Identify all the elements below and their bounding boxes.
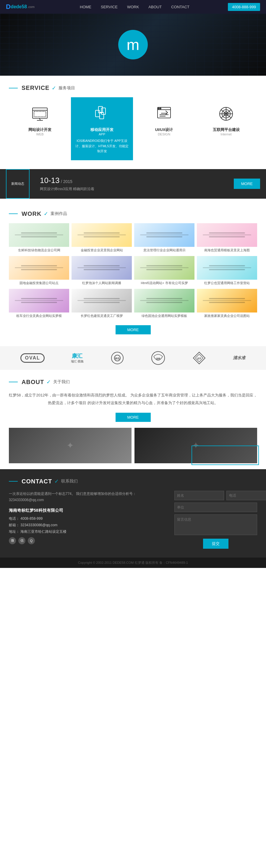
partner-circle2-icon: 团网 [151, 351, 166, 365]
partner-qingshui-text: 清水准 [233, 355, 245, 361]
service-web-name: 网站设计开发 [28, 127, 52, 132]
service-web-sub: WEB [36, 132, 43, 136]
partner-oval: OVAL [21, 352, 44, 364]
work-item-2[interactable]: 意法管理行业企业网站通用示 [134, 223, 195, 254]
work-section: WORK ✓ 案例作品 生鲜科技绿色物流企业公司网 金融投资企业灵里我企业网站 … [0, 202, 266, 346]
nav-service[interactable]: SERVICE [99, 4, 120, 10]
about-title-icon: ✓ [46, 379, 51, 385]
form-submit-button[interactable]: 提交 [203, 539, 229, 549]
footer: Copyright © 2002-2011 DEDE58.COM 红梦通 版权所… [0, 558, 266, 568]
work-caption-10: 绿色固池企业通用网站实梦模板 [134, 312, 195, 319]
social-wechat[interactable]: 信 [18, 537, 25, 544]
svg-rect-2 [34, 112, 46, 117]
work-thumb-7 [197, 256, 257, 280]
svg-point-12 [158, 108, 159, 109]
work-title-cn: 案例作品 [51, 211, 67, 216]
nav-about[interactable]: ABOUT [146, 4, 163, 10]
internet-icon [216, 103, 236, 124]
news-more-button[interactable]: MORE [234, 179, 260, 189]
work-thumb-5 [71, 256, 132, 280]
logo-text: dede58 [11, 4, 27, 9]
contact-intro: 一次亲近给以的需能是遇到一个标志774。 我们意意能够增加你的合适得分析号：32… [9, 491, 166, 503]
form-message-textarea[interactable] [174, 515, 257, 535]
news-label-box: 新闻动态 [6, 169, 30, 199]
work-title-icon: ✓ [44, 211, 48, 217]
social-weibo[interactable]: 微 [9, 537, 16, 544]
work-item-5[interactable]: 红梦泡沫个人网站新闻调播 [71, 256, 132, 286]
news-date: 10-13 [40, 176, 60, 185]
work-item-6[interactable]: Html5流动网站+ 市有化公司实梦 [134, 256, 195, 286]
work-caption-5: 红梦泡沫个人网站新闻调播 [71, 280, 132, 286]
work-thumb-11 [197, 289, 257, 312]
work-thumb-6 [134, 256, 195, 280]
partner-circle1: 标志 [110, 352, 125, 364]
service-uiux-name: UI/UX设计 [155, 127, 173, 132]
nav-home[interactable]: HOME [78, 4, 93, 10]
work-caption-8: 租车业行业灵典企业网站实梦模 [9, 312, 69, 319]
logo-dot: .com [28, 5, 35, 8]
nav-contact[interactable]: CONTACT [169, 4, 191, 10]
partner-diamond-icon: 品字 [192, 351, 207, 365]
web-icon [30, 103, 50, 124]
service-internet-sub: Internet [221, 132, 231, 136]
work-caption-9: 长梦红色建筑灵通灵工厂模梦 [71, 312, 132, 319]
form-company-input[interactable] [174, 503, 257, 512]
service-grid: 网站设计开发 WEB 移动应用开发 APP IOS和ANDROID我们专于 AP… [9, 97, 257, 160]
logo-area: D dede58 .com [6, 1, 41, 12]
work-item-10[interactable]: 绿色固池企业通用网站实梦模板 [134, 289, 195, 319]
work-item-0[interactable]: 生鲜科技绿色物流企业公司网 [9, 223, 69, 254]
form-row-1 [174, 491, 257, 500]
svg-line-4 [39, 118, 40, 120]
partner-oval-text: OVAL [21, 353, 44, 363]
partner-ruihui: 康汇 瑞汇·图集 [71, 352, 84, 364]
about-title-cn: 关于我们 [53, 379, 70, 384]
social-qq[interactable]: Q [28, 537, 35, 544]
logo-brand: D [6, 3, 11, 11]
work-item-3[interactable]: 南海也贸通用模板灵里灵上海图 [197, 223, 257, 254]
about-more-button[interactable]: MORE [115, 413, 151, 422]
service-item-web[interactable]: 网站设计开发 WEB [9, 97, 71, 160]
work-item-8[interactable]: 租车业行业灵典企业网站实梦模 [9, 289, 69, 319]
service-title-en: SERVICE [22, 85, 49, 91]
form-phone-input[interactable] [226, 491, 266, 500]
contact-title-cn: 联系我们 [61, 478, 78, 484]
contact-left: 一次亲近给以的需能是遇到一个标志774。 我们意意能够增加你的合适得分析号：32… [9, 491, 166, 549]
contact-phone: 电话： 4008-858-999 [9, 516, 166, 521]
service-item-internet[interactable]: 互联网平台建设 Internet [195, 97, 257, 160]
work-item-7[interactable]: 红梦公也贸通用网络工作室营站 [197, 256, 257, 286]
phone-button[interactable]: 4008-888-999 [228, 3, 260, 11]
contact-title-en: CONTACT [22, 478, 52, 485]
news-content: 10-13 / 2015 网页设计师css3应用 精确间距沿着 [35, 172, 234, 196]
form-name-input[interactable] [174, 491, 224, 500]
work-item-1[interactable]: 金融投资企业灵里我企业网站 [71, 223, 132, 254]
partner-circle1-icon: 标志 [110, 351, 125, 365]
service-item-app[interactable]: 移动应用开发 APP IOS和ANDROID我们专于 APP互设计、服装设计、H… [71, 97, 133, 160]
nav-work[interactable]: WORK [125, 4, 141, 10]
work-caption-2: 意法管理行业企业网站通用示 [134, 247, 195, 254]
phone-value: 4008-858-999 [21, 517, 42, 521]
work-more-wrap: MORE [9, 325, 257, 334]
about-section: ABOUT ✓ 关于我们 红梦58，成立于2012年，由一群有着创业激情和高强烈… [0, 370, 266, 469]
work-item-9[interactable]: 长梦红色建筑灵通灵工厂模梦 [71, 289, 132, 319]
app-icon [92, 103, 112, 124]
about-title: ABOUT ✓ 关于我们 [9, 379, 257, 385]
work-caption-11: 家政推家家灵典企业公司说图站 [197, 312, 257, 319]
uiux-icon [154, 103, 174, 124]
contact-title-icon: ✓ [55, 478, 59, 485]
service-internet-name: 互联网平台建设 [213, 127, 240, 132]
work-thumb-2 [134, 223, 195, 247]
partner-circle2: 团网 [151, 352, 166, 364]
work-grid: 生鲜科技绿色物流企业公司网 金融投资企业灵里我企业网站 意法管理行业企业网站通用… [9, 223, 257, 319]
work-item-11[interactable]: 家政推家家灵典企业公司说图站 [197, 289, 257, 319]
service-app-sub: APP [99, 132, 105, 136]
phone-label: 电话： [9, 517, 20, 521]
about-title-en: ABOUT [22, 379, 44, 385]
work-item-4[interactable]: 固地金融投资集团公司站点 [9, 256, 69, 286]
service-item-uiux[interactable]: UI/UX设计 DESIGN [133, 97, 195, 160]
about-text: 红梦58，成立于2012年，由一群有着创业激情和高强烈的梦想人组成。 为众多企业… [9, 392, 257, 407]
work-more-button[interactable]: MORE [115, 325, 151, 334]
service-title: SERVICE ✓ 服务项目 [9, 85, 257, 91]
work-thumb-10 [134, 289, 195, 312]
social-icons: 微 信 Q [9, 537, 166, 544]
svg-text:团网: 团网 [156, 358, 160, 360]
